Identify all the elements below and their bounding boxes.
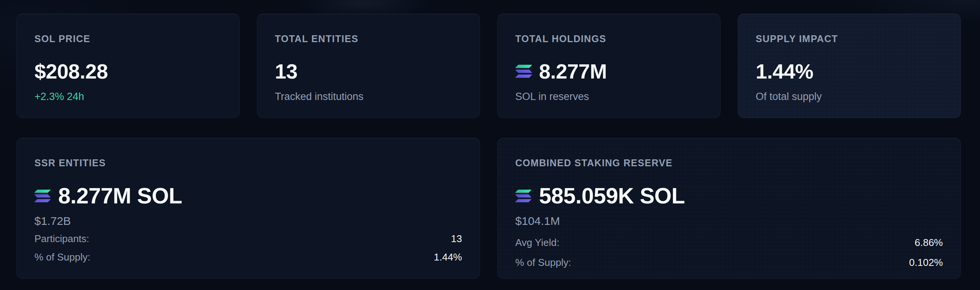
sol-price-value: $208.28 [34, 61, 108, 82]
detail-row: Participants: 13 [34, 233, 462, 245]
row-value: 1.44% [434, 251, 462, 263]
detail-card-ssr-entities: SSR ENTITIES 8.277M SOL $1.72B Participa… [16, 138, 480, 279]
detail-row: Avg Yield: 6.86% [515, 237, 943, 249]
ssr-entities-usd-value: $1.72B [34, 215, 462, 227]
detail-rows: Participants: 13 % of Supply: 1.44% [34, 233, 462, 263]
stat-value: 13 [275, 61, 462, 82]
ssr-entities-sol-amount: 8.277M SOL [58, 185, 182, 207]
staking-reserve-usd-value: $104.1M [515, 215, 943, 227]
detail-rows: Avg Yield: 6.86% % of Supply: 0.102% [515, 237, 943, 269]
row-label: % of Supply: [34, 251, 90, 263]
stat-subtext: Of total supply [756, 92, 943, 102]
stat-label: SUPPLY IMPACT [756, 34, 943, 44]
row-label: Participants: [34, 233, 89, 245]
row-value: 0.102% [909, 257, 943, 269]
row-value: 6.86% [915, 237, 943, 249]
stat-card-total-holdings: TOTAL HOLDINGS 8.277M SOL in reserves [497, 14, 720, 118]
stat-label: TOTAL HOLDINGS [515, 34, 702, 44]
detail-value: 585.059K SOL [515, 185, 943, 207]
stat-value: $208.28 [34, 61, 222, 82]
detail-card-combined-staking-reserve: COMBINED STAKING RESERVE 585.059K SOL $1… [497, 138, 961, 279]
solana-icon [34, 190, 51, 202]
solana-icon [515, 65, 532, 78]
staking-reserve-sol-amount: 585.059K SOL [539, 185, 685, 207]
stat-subtext: SOL in reserves [515, 92, 702, 102]
detail-row: % of Supply: 1.44% [34, 251, 462, 263]
detail-value: 8.277M SOL [34, 185, 462, 207]
stat-subtext: Tracked institutions [275, 92, 462, 102]
detail-row: % of Supply: 0.102% [515, 257, 943, 269]
stat-card-supply-impact: SUPPLY IMPACT 1.44% Of total supply [738, 14, 961, 118]
stat-label: SOL PRICE [34, 34, 222, 44]
detail-label: COMBINED STAKING RESERVE [515, 158, 943, 168]
row-label: % of Supply: [515, 257, 571, 269]
detail-label: SSR ENTITIES [34, 158, 462, 168]
stat-label: TOTAL ENTITIES [275, 34, 462, 44]
row-value: 13 [451, 233, 462, 245]
stat-value: 8.277M [515, 61, 702, 82]
stat-value: 1.44% [756, 61, 943, 82]
stats-dashboard: SOL PRICE $208.28 +2.3% 24h TOTAL ENTITI… [0, 0, 980, 290]
total-entities-value: 13 [275, 61, 297, 82]
supply-impact-value: 1.44% [756, 61, 813, 82]
price-change-24h: +2.3% 24h [34, 92, 222, 102]
row-label: Avg Yield: [515, 237, 559, 249]
stat-card-total-entities: TOTAL ENTITIES 13 Tracked institutions [257, 14, 480, 118]
total-holdings-value: 8.277M [539, 61, 607, 82]
solana-icon [515, 190, 531, 202]
stat-card-sol-price: SOL PRICE $208.28 +2.3% 24h [16, 14, 240, 118]
